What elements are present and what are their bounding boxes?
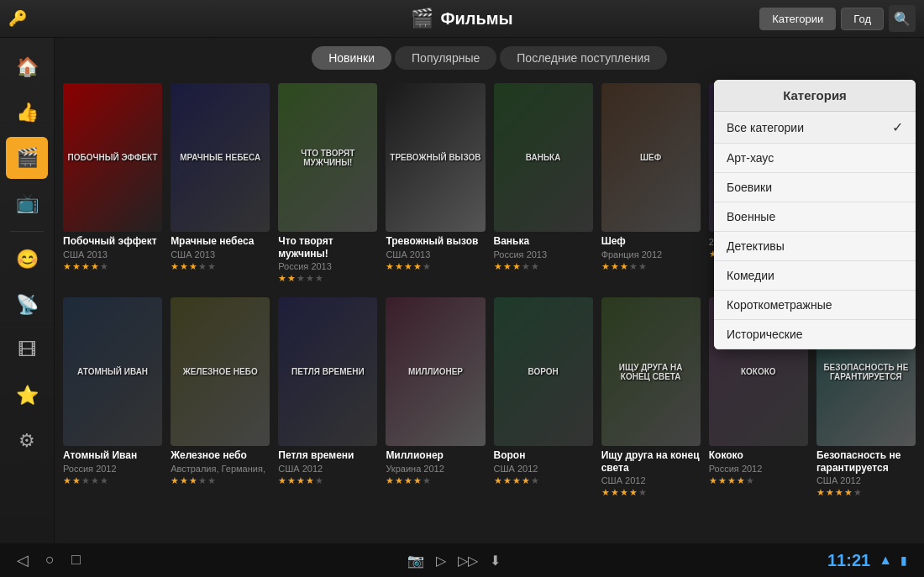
movie-card[interactable]: МРАЧНЫЕ НЕБЕСА Мрачные небеса США 2013 ★… xyxy=(171,83,270,284)
movie-card[interactable]: АТОМНЫЙ ИВАН Атомный Иван Россия 2012 ★★… xyxy=(63,297,162,498)
movie-card[interactable]: ПОБОЧНЫЙ ЭФФЕКТ Побочный эффект США 2013… xyxy=(63,83,162,284)
star-1: ★ xyxy=(395,261,403,272)
star-rating: ★★★★★ xyxy=(709,475,808,486)
movie-card[interactable]: ИЩУ ДРУГА НА КОНЕЦ СВЕТА Ищу друга на ко… xyxy=(601,297,701,498)
star-2: ★ xyxy=(512,261,521,272)
poster-inner: МРАЧНЫЕ НЕБЕСА xyxy=(171,83,270,232)
camera-icon[interactable]: 📷 xyxy=(407,553,424,569)
sidebar-item-starred[interactable]: ⭐ xyxy=(6,375,48,417)
star-2: ★ xyxy=(189,475,197,486)
battery-icon: ▮ xyxy=(900,553,907,567)
star-4: ★ xyxy=(531,475,539,486)
movie-title: Шеф xyxy=(601,235,701,247)
category-item[interactable]: Исторические xyxy=(714,320,916,349)
star-1: ★ xyxy=(287,475,296,486)
category-item[interactable]: Арт-хаус xyxy=(714,144,916,173)
status-bar: ◁ ○ □ 📷 ▷ ▷▷ ⬇ 11:21 ▲ ▮ xyxy=(0,543,924,577)
movie-meta: Россия 2013 xyxy=(278,261,377,271)
top-bar-left: 🔑 xyxy=(8,9,27,28)
movie-poster: МРАЧНЫЕ НЕБЕСА xyxy=(171,83,270,232)
nav-home-icon[interactable]: ○ xyxy=(45,551,55,569)
movie-card[interactable]: ЧТО ТВОРЯТ МУЖЧИНЫ! Что творят мужчины! … xyxy=(278,83,377,284)
sidebar-item-movies[interactable]: 🎬 xyxy=(6,137,48,179)
category-item[interactable]: Детективы xyxy=(714,232,916,261)
poster-inner: ВАНЬКА xyxy=(494,83,593,232)
star-1: ★ xyxy=(72,261,81,272)
movie-title: Побочный эффект xyxy=(63,235,162,247)
category-item[interactable]: Комедии xyxy=(714,261,916,291)
movie-title: Петля времени xyxy=(278,449,377,461)
movie-card[interactable]: ВАНЬКА Ванька Россия 2013 ★★★★★ xyxy=(494,83,593,284)
movie-card[interactable]: ПЕТЛЯ ВРЕМЕНИ Петля времени США 2012 ★★★… xyxy=(278,297,377,498)
tab-new[interactable]: Новинки xyxy=(312,46,391,70)
category-item[interactable]: Все категории ✓ xyxy=(714,112,916,144)
year-button[interactable]: Год xyxy=(841,8,884,30)
movie-title: Безопасность не гарантируется xyxy=(816,449,916,474)
star-1: ★ xyxy=(503,261,512,272)
star-3: ★ xyxy=(198,261,207,272)
movie-meta: Россия 2012 xyxy=(63,464,162,474)
movie-card[interactable]: ВОРОН Ворон США 2012 ★★★★★ xyxy=(494,297,593,498)
top-bar: 🔑 🎬 Фильмы Категории Год 🔍 xyxy=(0,0,924,38)
star-1: ★ xyxy=(180,261,188,272)
poster-inner: АТОМНЫЙ ИВАН xyxy=(63,297,162,446)
movie-meta: Франция 2012 xyxy=(601,249,701,260)
category-label: Короткометражные xyxy=(727,298,832,312)
star-2: ★ xyxy=(81,261,90,272)
tab-bar: Новинки Популярные Последние поступления xyxy=(55,38,924,76)
nav-recent-icon[interactable]: □ xyxy=(71,551,81,569)
star-3: ★ xyxy=(91,475,99,486)
sidebar-item-favorites[interactable]: 👍 xyxy=(6,92,48,134)
sidebar-item-series[interactable]: 📺 xyxy=(6,182,48,224)
category-item[interactable]: Боевики xyxy=(714,173,916,202)
star-3: ★ xyxy=(413,261,422,272)
movie-card[interactable]: МИЛЛИОНЕР Миллионер Украина 2012 ★★★★★ xyxy=(386,297,485,498)
sidebar-item-clips[interactable]: 🎞 xyxy=(6,329,48,371)
tab-recent[interactable]: Последние поступления xyxy=(500,46,667,70)
download-icon[interactable]: ⬇ xyxy=(490,553,501,569)
movie-card[interactable]: ШЕФ Шеф Франция 2012 ★★★★★ xyxy=(601,83,701,284)
star-0: ★ xyxy=(816,487,825,498)
sidebar-item-tv[interactable]: 📡 xyxy=(6,284,48,326)
sidebar-item-home[interactable]: 🏠 xyxy=(6,46,48,88)
nav-buttons: ◁ ○ □ xyxy=(17,551,81,569)
nav-back-icon[interactable]: ◁ xyxy=(17,551,29,569)
star-rating: ★★★★★ xyxy=(494,261,593,272)
movie-card[interactable]: ТРЕВОЖНЫЙ ВЫЗОВ Тревожный вызов США 2013… xyxy=(386,83,485,284)
star-0: ★ xyxy=(171,475,179,486)
star-4: ★ xyxy=(207,261,216,272)
movie-card[interactable]: ЖЕЛЕЗНОЕ НЕБО Железное небо Австралия, Г… xyxy=(171,297,270,498)
movie-poster: ЧТО ТВОРЯТ МУЖЧИНЫ! xyxy=(278,83,377,232)
tab-popular[interactable]: Популярные xyxy=(395,46,496,70)
movie-title: Кококо xyxy=(709,449,808,461)
category-label: Боевики xyxy=(727,181,772,194)
star-3: ★ xyxy=(306,475,314,486)
star-1: ★ xyxy=(503,475,512,486)
category-dropdown: Категория Все категории ✓ Арт-хаус Боеви… xyxy=(714,80,916,349)
movie-poster: ВОРОН xyxy=(494,297,593,446)
star-3: ★ xyxy=(629,261,638,272)
star-0: ★ xyxy=(494,261,502,272)
movie-title: Тревожный вызов xyxy=(386,235,485,247)
star-rating: ★★★★★ xyxy=(386,475,485,486)
sidebar-divider xyxy=(10,231,44,232)
star-4: ★ xyxy=(315,475,323,486)
forward-icon[interactable]: ▷▷ xyxy=(458,553,478,569)
category-item[interactable]: Военные xyxy=(714,202,916,232)
categories-button[interactable]: Категории xyxy=(759,8,836,30)
movie-title: Ворон xyxy=(494,449,593,461)
sidebar-item-settings[interactable]: ⚙ xyxy=(6,420,48,462)
category-label: Военные xyxy=(727,210,775,223)
search-button[interactable]: 🔍 xyxy=(889,5,916,32)
sidebar-item-animation[interactable]: 😊 xyxy=(6,239,48,281)
poster-label: МИЛЛИОНЕР xyxy=(405,364,466,380)
movie-title: Мрачные небеса xyxy=(171,235,270,247)
play-icon[interactable]: ▷ xyxy=(436,553,446,569)
poster-label: ПЕТЛЯ ВРЕМЕНИ xyxy=(288,364,368,380)
category-label: Комедии xyxy=(727,269,774,282)
category-item[interactable]: Короткометражные xyxy=(714,291,916,320)
star-0: ★ xyxy=(63,261,71,272)
movie-poster: ТРЕВОЖНЫЙ ВЫЗОВ xyxy=(386,83,485,232)
category-label: Арт-хаус xyxy=(727,151,774,165)
poster-inner: МИЛЛИОНЕР xyxy=(386,297,485,446)
